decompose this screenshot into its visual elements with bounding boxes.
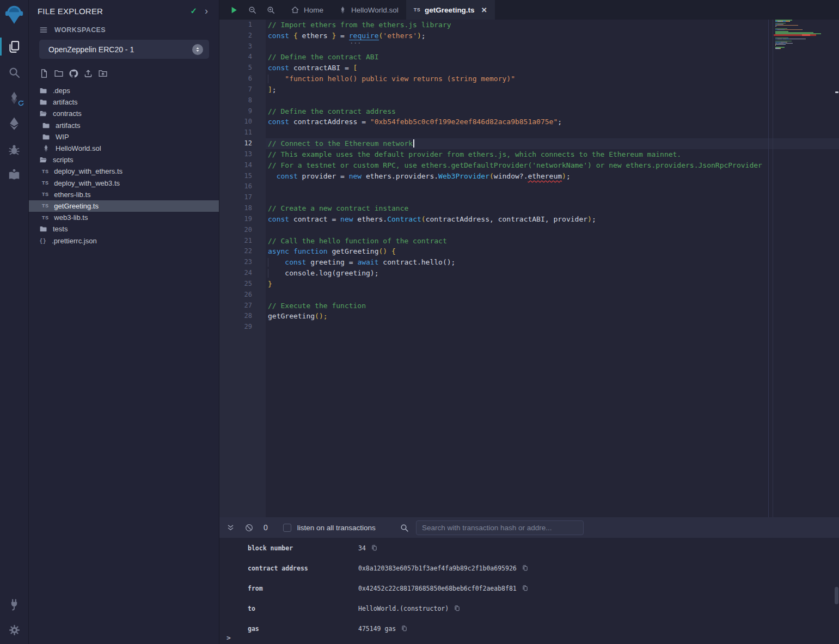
refresh-icon <box>17 100 25 107</box>
code-line-9[interactable]: // Define the contract address <box>266 106 839 117</box>
file-tree-item[interactable]: WIP <box>29 131 219 143</box>
chevron-right-icon[interactable]: › <box>205 7 208 15</box>
file-tree-item[interactable]: artifacts <box>29 96 219 108</box>
file-tree-item[interactable]: TSweb3-lib.ts <box>29 212 219 223</box>
new-folder-button[interactable] <box>54 69 64 78</box>
publish-to-gist-button[interactable] <box>69 69 78 78</box>
typescript-file-icon: TS <box>42 192 48 197</box>
file-name: ethers-lib.ts <box>54 191 90 199</box>
code-line-3[interactable] <box>266 41 839 52</box>
copy-icon <box>522 585 529 592</box>
code-line-24[interactable]: console.log(greeting); <box>266 268 839 279</box>
upload-folder-button[interactable] <box>98 69 108 78</box>
new-file-button[interactable] <box>39 69 49 78</box>
activity-search[interactable] <box>0 59 29 85</box>
code-token: greeting = <box>306 258 357 266</box>
search-icon <box>400 523 409 532</box>
run-script-button[interactable] <box>229 5 238 15</box>
activity-settings[interactable] <box>0 617 29 643</box>
code-line-29[interactable] <box>266 322 839 333</box>
copy-button[interactable] <box>454 605 461 612</box>
transaction-search-input[interactable] <box>416 520 584 535</box>
file-tree-item[interactable]: contracts <box>29 108 219 119</box>
code-line-13[interactable]: // This example uses the default provide… <box>266 149 839 160</box>
code-line-2[interactable]: const { ethers } = require('ethers'); <box>266 30 839 41</box>
code-line-10[interactable]: const contractAddress = "0xb54febb5c0c0f… <box>266 116 839 127</box>
code-line-23[interactable]: const greeting = await contract.hello(); <box>266 257 839 268</box>
listen-transactions-checkbox[interactable] <box>283 524 291 532</box>
code-token: // Connect to the Ethereum network <box>268 139 413 148</box>
code-line-20[interactable] <box>266 225 839 236</box>
tab-HelloWorld.sol[interactable]: HelloWorld.sol <box>331 0 406 20</box>
activity-remix-logo[interactable] <box>0 0 29 29</box>
file-tree-item[interactable]: TSethers-lib.ts <box>29 189 219 200</box>
file-tree-item[interactable]: scripts <box>29 154 219 165</box>
file-tree-item[interactable]: .deps <box>29 85 219 96</box>
zoom-in-button[interactable] <box>266 5 275 15</box>
file-tree-item[interactable]: HelloWorld.sol <box>29 143 219 154</box>
code-line-12[interactable]: // Connect to the Ethereum network <box>266 138 839 149</box>
code-line-17[interactable] <box>266 192 839 203</box>
code-token: require <box>349 32 379 40</box>
code-line-27[interactable]: // Execute the function <box>266 300 839 311</box>
tab-Home[interactable]: Home <box>283 0 331 20</box>
code-line-25[interactable]: } <box>266 279 839 290</box>
code-line-26[interactable] <box>266 290 839 300</box>
code-line-6[interactable]: "function hello() public view returns (s… <box>266 73 839 84</box>
code-line-28[interactable]: getGreeting(); <box>266 311 839 322</box>
code-line-16[interactable] <box>266 181 839 192</box>
code-line-19[interactable]: const contract = new ethers.Contract(con… <box>266 214 839 225</box>
code-editor[interactable]: 1234567891011121314151617181920212223242… <box>219 20 839 517</box>
file-tree-item[interactable]: {}.prettierrc.json <box>29 235 219 246</box>
file-tree-item[interactable]: TSdeploy_with_web3.ts <box>29 177 219 189</box>
copy-button[interactable] <box>401 625 408 632</box>
listen-transactions-label[interactable]: listen on all transactions <box>297 524 376 532</box>
copy-button[interactable] <box>522 565 529 572</box>
code-line-1[interactable]: // Import ethers from the ethers.js libr… <box>266 20 839 30</box>
file-tree-item[interactable]: TSdeploy_with_ethers.ts <box>29 165 219 177</box>
minimap[interactable] <box>773 20 835 517</box>
workspace-selector[interactable]: OpenZeppelin ERC20 - 1 <box>39 40 209 59</box>
code-line-11[interactable] <box>266 127 839 138</box>
terminal-scrollbar[interactable] <box>835 587 838 604</box>
activity-solidity-compiler[interactable] <box>0 85 29 111</box>
upload-file-button[interactable] <box>83 69 93 78</box>
code-line-4[interactable]: // Define the contract ABI <box>266 52 839 63</box>
line-number: 27 <box>219 300 266 311</box>
code-line-15[interactable]: const provider = new ethers.providers.We… <box>266 171 839 182</box>
copy-button[interactable] <box>522 585 529 592</box>
code-line-8[interactable] <box>266 95 839 106</box>
code-line-5[interactable]: const contractABI = [ <box>266 63 839 73</box>
activity-file-explorer[interactable] <box>0 34 29 59</box>
activity-debugger[interactable] <box>0 136 29 162</box>
code-token: new <box>349 172 362 180</box>
activity-deploy-run[interactable] <box>0 111 29 136</box>
file-tree-item[interactable]: TSgetGreeting.ts <box>29 200 219 212</box>
copy-button[interactable] <box>371 544 378 551</box>
code-line-18[interactable]: // Create a new contract instance <box>266 203 839 214</box>
clear-console-icon[interactable] <box>244 523 254 532</box>
file-tree-item[interactable]: artifacts <box>29 120 219 131</box>
activity-plugin-manager[interactable] <box>0 592 29 617</box>
code-line-14[interactable]: // For a testnet or custom RPC, use ethe… <box>266 160 839 171</box>
code-line-7[interactable]: ]; <box>266 84 839 95</box>
code-token: ) <box>562 172 566 180</box>
code-line-22[interactable]: async function getGreeting() { <box>266 246 839 257</box>
code-content[interactable]: // Import ethers from the ethers.js libr… <box>266 20 839 333</box>
line-number: 26 <box>219 290 266 300</box>
collapse-terminal-icon[interactable] <box>226 523 235 532</box>
close-tab-icon[interactable]: ✕ <box>481 6 487 14</box>
solidity-file-icon <box>42 144 50 152</box>
hamburger-menu-icon[interactable] <box>39 26 48 34</box>
file-tree-item[interactable]: tests <box>29 223 219 235</box>
line-number: 28 <box>219 311 266 322</box>
plugin-manager-icon <box>8 598 21 611</box>
tab-getGreeting.ts[interactable]: TSgetGreeting.ts✕ <box>406 0 495 20</box>
activity-learneth[interactable] <box>0 162 29 187</box>
file-tree: .depsartifactscontractsartifactsWIPHello… <box>29 85 219 247</box>
zoom-out-button[interactable] <box>248 5 257 15</box>
line-number: 7 <box>219 84 266 95</box>
editor-actions <box>219 0 275 20</box>
folder-closed-icon <box>39 87 47 95</box>
code-line-21[interactable]: // Call the hello function of the contra… <box>266 236 839 247</box>
